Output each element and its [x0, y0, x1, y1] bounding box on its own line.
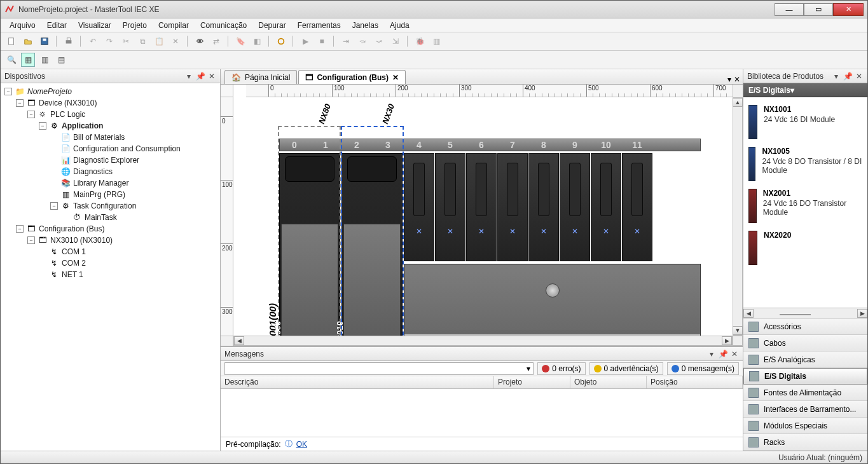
- menu-arquivo[interactable]: Arquivo: [4, 20, 41, 31]
- tree-item[interactable]: −🗔NX3010 (NX3010): [2, 235, 219, 246]
- close-button[interactable]: ✕: [833, 3, 864, 16]
- tab-configuration-bus[interactable]: 🗔 Configuration (Bus) ✕: [298, 70, 406, 84]
- findnext-icon[interactable]: ⇄: [209, 34, 223, 48]
- open-icon[interactable]: [21, 34, 35, 48]
- menu-depurar[interactable]: Depurar: [253, 20, 291, 31]
- tree-item[interactable]: ⏱MainTask: [2, 212, 219, 223]
- step-into-icon[interactable]: ⇥: [339, 34, 353, 48]
- tree-item[interactable]: ↯NET 1: [2, 269, 219, 280]
- menu-janelas[interactable]: Janelas: [347, 20, 383, 31]
- product-list-hscroll[interactable]: ◀ ▶: [743, 308, 867, 318]
- vertical-scrollbar[interactable]: ▲ ▼: [733, 97, 743, 336]
- rack-view[interactable]: NX9001(00) 01234567891011 NX80 NX30: [233, 97, 733, 336]
- login-icon[interactable]: ▶: [298, 34, 312, 48]
- product-item[interactable]: NX2020: [746, 227, 865, 269]
- run-to-cursor-icon[interactable]: ⇲: [389, 34, 403, 48]
- col-objeto[interactable]: Objeto: [570, 376, 647, 388]
- panel-pin-icon[interactable]: 📌: [719, 350, 727, 358]
- empty-slot[interactable]: ✕: [466, 153, 497, 261]
- grid3-icon[interactable]: ▤: [54, 53, 68, 67]
- tree-item[interactable]: ↯COM 1: [2, 246, 219, 257]
- empty-slot[interactable]: ✕: [497, 153, 528, 261]
- tab-pagina-inicial[interactable]: 🏠 Página Inicial: [224, 70, 297, 84]
- tree-twisty-icon[interactable]: −: [39, 122, 46, 130]
- panel-pin-icon[interactable]: 📌: [843, 72, 852, 81]
- tree-item[interactable]: ▥MainPrg (PRG): [2, 189, 219, 200]
- menu-visualizar[interactable]: Visualizar: [73, 20, 116, 31]
- save-icon[interactable]: [38, 34, 52, 48]
- find-icon[interactable]: 👁: [193, 34, 207, 48]
- redo-icon[interactable]: ↷: [102, 34, 116, 48]
- tree-twisty-icon[interactable]: −: [27, 236, 35, 244]
- print-icon[interactable]: [62, 34, 76, 48]
- panel-dropdown-icon[interactable]: ▾: [707, 350, 716, 358]
- maximize-button[interactable]: ▭: [804, 3, 833, 16]
- build-icon[interactable]: [274, 34, 288, 48]
- tree-item[interactable]: ↯COM 2: [2, 257, 219, 269]
- category-item[interactable]: E/S Digitais: [743, 368, 867, 385]
- precompile-link[interactable]: OK: [296, 440, 307, 449]
- category-item[interactable]: Interfaces de Barramento...: [743, 401, 867, 418]
- col-projeto[interactable]: Projeto: [494, 376, 570, 388]
- messages-filter-combo[interactable]: ▾: [224, 362, 534, 375]
- scroll-right-icon[interactable]: ▶: [857, 309, 867, 318]
- step-out-icon[interactable]: ⤻: [372, 34, 386, 48]
- category-item[interactable]: Racks: [743, 434, 867, 451]
- empty-slot[interactable]: ✕: [528, 153, 559, 261]
- tree-twisty-icon[interactable]: −: [16, 225, 24, 233]
- tree-item[interactable]: −🗔Device (NX3010): [2, 97, 219, 109]
- panel-close-icon[interactable]: ✕: [730, 350, 739, 358]
- scroll-right-icon[interactable]: ▶: [722, 336, 732, 345]
- tab-menu-icon[interactable]: ▾: [727, 75, 731, 84]
- scroll-up-icon[interactable]: ▲: [733, 98, 743, 107]
- zoom-icon[interactable]: 🔍: [4, 53, 18, 67]
- tree-item[interactable]: −🗔Configuration (Bus): [2, 223, 219, 235]
- minimize-button[interactable]: ―: [775, 3, 804, 16]
- menu-ajuda[interactable]: Ajuda: [385, 20, 415, 31]
- tree-item[interactable]: 📄Bill of Materials: [2, 132, 219, 143]
- scroll-left-icon[interactable]: ◀: [234, 336, 244, 345]
- scroll-left-icon[interactable]: ◀: [743, 309, 754, 318]
- step-over-icon[interactable]: ⤼: [355, 34, 369, 48]
- empty-slot[interactable]: ✕: [591, 153, 621, 261]
- debug-icon[interactable]: 🐞: [413, 34, 427, 48]
- product-item[interactable]: NX100124 Vdc 16 DI Module: [746, 101, 865, 143]
- tab-close-icon[interactable]: ✕: [392, 73, 399, 82]
- copy-icon[interactable]: ⧉: [135, 34, 149, 48]
- tree-item[interactable]: 📚Library Manager: [2, 177, 219, 189]
- tree-item[interactable]: −⛭PLC Logic: [2, 109, 219, 120]
- scroll-down-icon[interactable]: ▼: [733, 326, 743, 335]
- undo-icon[interactable]: ↶: [86, 34, 100, 48]
- product-list[interactable]: NX100124 Vdc 16 DI ModuleNX100524 Vdc 8 …: [743, 97, 867, 308]
- grid2-icon[interactable]: ▥: [38, 53, 52, 67]
- col-posicao[interactable]: Posição: [647, 376, 743, 388]
- menu-ferramentas[interactable]: Ferramentas: [293, 20, 346, 31]
- page-icon[interactable]: ▥: [429, 34, 443, 48]
- menu-compilar[interactable]: Compilar: [153, 20, 194, 31]
- tree-twisty-icon[interactable]: −: [50, 202, 58, 210]
- empty-slot[interactable]: ✕: [404, 153, 434, 261]
- panel-pin-icon[interactable]: 📌: [196, 72, 205, 81]
- tab-closeall-icon[interactable]: ✕: [734, 75, 740, 84]
- logout-icon[interactable]: ■: [315, 34, 329, 48]
- tree-item[interactable]: 📄Configuration and Consumption: [2, 143, 219, 154]
- cut-icon[interactable]: ✂: [119, 34, 133, 48]
- warnings-pill[interactable]: 0 advertência(s): [589, 362, 663, 375]
- paste-icon[interactable]: 📋: [152, 34, 166, 48]
- menu-projeto[interactable]: Projeto: [118, 20, 152, 31]
- menu-editar[interactable]: Editar: [42, 20, 72, 31]
- errors-pill[interactable]: 0 erro(s): [537, 362, 585, 375]
- product-item[interactable]: NX200124 Vdc 16 DO Transistor Module: [746, 185, 865, 227]
- messages-pill[interactable]: 0 mensagem(s): [667, 362, 739, 375]
- empty-slot[interactable]: ✕: [622, 153, 652, 261]
- category-item[interactable]: E/S Analógicas: [743, 351, 867, 368]
- tree-item[interactable]: −📁NomeProjeto: [2, 86, 219, 97]
- delete-icon[interactable]: ✕: [169, 34, 183, 48]
- horizontal-scrollbar[interactable]: ◀ ▶: [233, 336, 733, 346]
- product-item[interactable]: NX100524 Vdc 8 DO Transistor / 8 DI Modu…: [746, 143, 865, 185]
- panel-dropdown-icon[interactable]: ▾: [184, 72, 193, 81]
- panel-close-icon[interactable]: ✕: [207, 72, 216, 81]
- category-item[interactable]: Módulos Especiais: [743, 418, 867, 434]
- device-tree[interactable]: −📁NomeProjeto−🗔Device (NX3010)−⛭PLC Logi…: [1, 83, 220, 451]
- panel-close-icon[interactable]: ✕: [855, 72, 864, 81]
